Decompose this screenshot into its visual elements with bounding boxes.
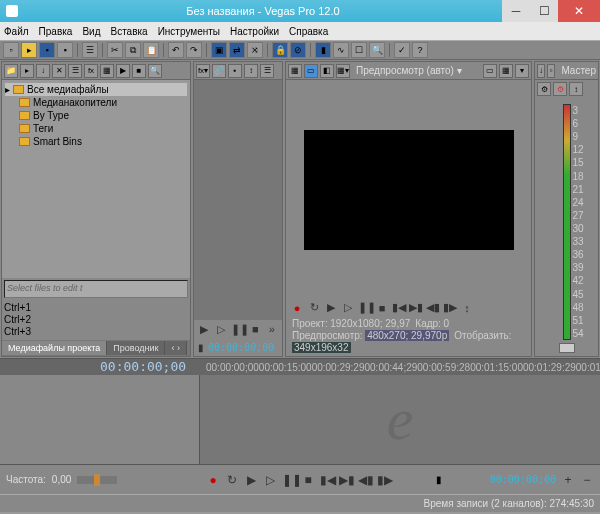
prev-safe-icon[interactable]: ▦ <box>499 64 513 78</box>
menu-help[interactable]: Справка <box>289 26 328 37</box>
autoripple-icon[interactable]: ⇄ <box>229 42 245 58</box>
media-capture-icon[interactable]: ▸ <box>20 64 34 78</box>
timeline-canvas[interactable]: e <box>200 375 600 464</box>
tl-play-icon[interactable]: ▷ <box>263 473 277 487</box>
tree-item-drives[interactable]: Медианакопители <box>5 96 187 109</box>
trim-timecode[interactable]: 00:00:00;00 <box>208 342 274 353</box>
prev-nextframe-icon[interactable]: ▮▶ <box>443 301 457 314</box>
tl-pause-icon[interactable]: ❚❚ <box>282 473 296 487</box>
prev-qual-icon[interactable]: ▦▾ <box>336 64 350 78</box>
timeline-ruler[interactable]: 00:00:00;00 00:00:00;0000:00:15:0000:00:… <box>0 359 600 375</box>
open-icon[interactable]: ▸ <box>21 42 37 58</box>
properties-icon[interactable]: ☰ <box>82 42 98 58</box>
tree-item-bytype[interactable]: By Type <box>5 109 187 122</box>
render-icon[interactable]: ▪ <box>57 42 73 58</box>
prev-pause-icon[interactable]: ❚❚ <box>358 301 372 314</box>
tl-zoom-in-icon[interactable]: + <box>561 473 575 487</box>
lock-icon[interactable]: 🔒 <box>272 42 288 58</box>
media-get-icon[interactable]: ↓ <box>36 64 50 78</box>
prev-gostart-icon[interactable]: ▮◀ <box>392 301 406 314</box>
trim-fx-icon[interactable]: fx▾ <box>196 64 210 78</box>
tl-stop-icon[interactable]: ■ <box>301 473 315 487</box>
tab-explorer[interactable]: Проводник <box>107 341 165 355</box>
copy-icon[interactable]: ⧉ <box>125 42 141 58</box>
menu-insert[interactable]: Вставка <box>110 26 147 37</box>
trim-playall-icon[interactable]: ▷ <box>215 323 228 336</box>
menu-tools[interactable]: Инструменты <box>158 26 220 37</box>
prev-snap-icon[interactable]: ▾ <box>515 64 529 78</box>
media-play-icon[interactable]: ▶ <box>116 64 130 78</box>
tl-playstart-icon[interactable]: ▶ <box>244 473 258 487</box>
autocross-icon[interactable]: ⤨ <box>247 42 263 58</box>
tab-more[interactable]: ‹ › <box>165 341 187 355</box>
snap-icon[interactable]: ▣ <box>211 42 227 58</box>
master-auto-icon[interactable]: ⚙ <box>553 82 567 96</box>
tree-item-all[interactable]: ▸Все медиафайлы <box>5 83 187 96</box>
new-icon[interactable]: ▫ <box>3 42 19 58</box>
master-fader[interactable] <box>559 343 575 353</box>
save-icon[interactable]: ▪ <box>39 42 55 58</box>
menu-view[interactable]: Вид <box>82 26 100 37</box>
tl-zoom-out-icon[interactable]: − <box>580 473 594 487</box>
trim-link-icon[interactable]: 🔗 <box>212 64 226 78</box>
undo-icon[interactable]: ↶ <box>168 42 184 58</box>
tree-item-tags[interactable]: Теги <box>5 122 187 135</box>
tl-marker-icon[interactable]: ▮ <box>436 474 442 485</box>
envelope-tool-icon[interactable]: ∿ <box>333 42 349 58</box>
master-fx-icon[interactable]: ⚙ <box>537 82 551 96</box>
preview-quality-menu[interactable]: Предпросмотр (авто) ▾ <box>356 65 462 76</box>
trim-sort-icon[interactable]: ↕ <box>244 64 258 78</box>
tl-timecode-end[interactable]: 00:00:00;00 <box>490 474 556 485</box>
tl-record-icon[interactable]: ● <box>206 473 220 487</box>
media-import-icon[interactable]: 📁 <box>4 64 18 78</box>
master-downmix-icon[interactable]: ↓ <box>537 64 545 78</box>
tab-project-media[interactable]: Медиафайлы проекта <box>2 341 107 355</box>
help-icon[interactable]: ? <box>412 42 428 58</box>
prev-split-icon[interactable]: ◧ <box>320 64 334 78</box>
redo-icon[interactable]: ↷ <box>186 42 202 58</box>
tl-gostart-icon[interactable]: ▮◀ <box>320 473 334 487</box>
media-stop-icon[interactable]: ■ <box>132 64 146 78</box>
prev-cursor-icon[interactable]: ↕ <box>460 302 474 314</box>
tl-nextframe-icon[interactable]: ▮▶ <box>377 473 391 487</box>
marker-icon[interactable]: ✓ <box>394 42 410 58</box>
trim-marker-icon[interactable]: ▮ <box>198 342 204 353</box>
trim-play-icon[interactable]: ▶ <box>198 323 211 336</box>
master-dim-icon[interactable]: ▫ <box>547 64 555 78</box>
trim-save-icon[interactable]: ▪ <box>228 64 242 78</box>
prev-play-icon[interactable]: ▷ <box>341 301 355 314</box>
prev-goend-icon[interactable]: ▶▮ <box>409 301 423 314</box>
trim-stop-icon[interactable]: ■ <box>249 323 262 335</box>
cut-icon[interactable]: ✂ <box>107 42 123 58</box>
close-button[interactable]: ✕ <box>558 0 600 22</box>
trim-more-icon[interactable]: ☰ <box>260 64 274 78</box>
prev-record-icon[interactable]: ● <box>290 302 304 314</box>
menu-edit[interactable]: Правка <box>39 26 73 37</box>
master-mute-icon[interactable]: ↕ <box>569 82 583 96</box>
tree-item-smartbins[interactable]: Smart Bins <box>5 135 187 148</box>
media-remove-icon[interactable]: ✕ <box>52 64 66 78</box>
ignore-icon[interactable]: ⊘ <box>290 42 306 58</box>
media-fx-icon[interactable]: fx <box>84 64 98 78</box>
track-headers[interactable] <box>0 375 200 464</box>
tl-goend-icon[interactable]: ▶▮ <box>339 473 353 487</box>
trim-pause-icon[interactable]: ❚❚ <box>231 323 245 336</box>
media-props-icon[interactable]: ☰ <box>68 64 82 78</box>
prev-ext-icon[interactable]: ▭ <box>304 64 318 78</box>
prev-overlay-icon[interactable]: ▭ <box>483 64 497 78</box>
minimize-button[interactable]: ─ <box>502 0 530 22</box>
menu-file[interactable]: Файл <box>4 26 29 37</box>
paste-icon[interactable]: 📋 <box>143 42 159 58</box>
maximize-button[interactable]: ☐ <box>530 0 558 22</box>
prev-prevframe-icon[interactable]: ◀▮ <box>426 301 440 314</box>
menu-options[interactable]: Настройки <box>230 26 279 37</box>
prev-playstart-icon[interactable]: ▶ <box>324 301 338 314</box>
media-search-input[interactable]: Select files to edit t <box>4 280 188 298</box>
select-tool-icon[interactable]: ☐ <box>351 42 367 58</box>
tl-loop-icon[interactable]: ↻ <box>225 473 239 487</box>
timeline-timecode[interactable]: 00:00:00;00 <box>100 359 186 374</box>
trim-more-icon2[interactable]: » <box>266 323 279 335</box>
prev-stop-icon[interactable]: ■ <box>375 302 389 314</box>
prev-fx-icon[interactable]: ▦ <box>288 64 302 78</box>
media-views-icon[interactable]: ▦ <box>100 64 114 78</box>
